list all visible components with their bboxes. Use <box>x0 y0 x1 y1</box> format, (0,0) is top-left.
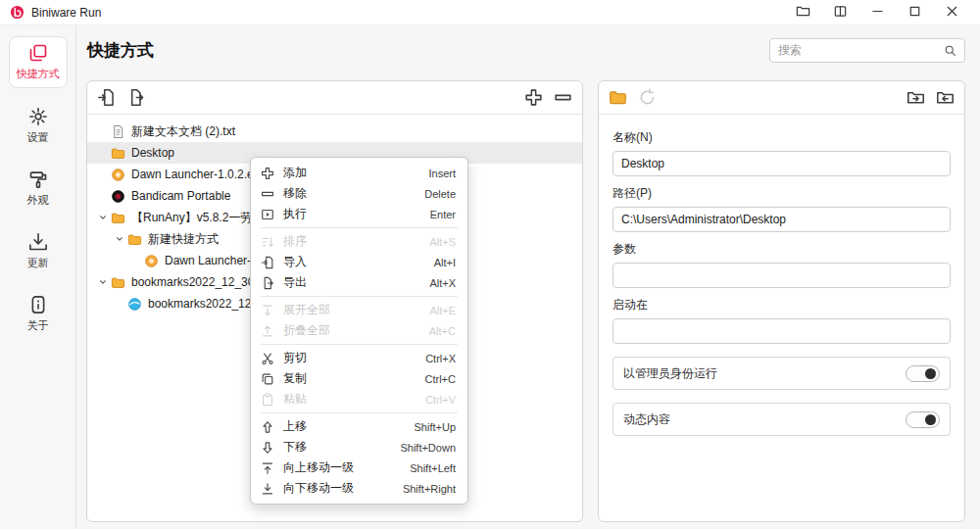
win-close-icon <box>945 4 959 22</box>
field-label: 名称(N) <box>612 129 951 146</box>
field-label: 参数 <box>612 241 951 258</box>
gear-icon <box>28 107 48 126</box>
refresh-icon <box>638 88 657 107</box>
sidebar-item-shortcuts[interactable]: 快捷方式 <box>9 36 68 88</box>
sort-icon <box>261 235 274 249</box>
window-minimize-button[interactable] <box>858 1 896 24</box>
field-name: 名称(N) <box>612 129 951 176</box>
menu-item-execute[interactable]: 执行 Enter <box>251 204 467 224</box>
list-remove-button[interactable] <box>554 88 572 107</box>
app-dark-icon <box>111 189 125 204</box>
folder-icon <box>111 146 125 161</box>
menu-item-label: 向下移动一级 <box>283 480 394 497</box>
menu-item-label: 移除 <box>283 185 416 202</box>
sidebar-item-label: 关于 <box>27 318 49 333</box>
field-start-in: 启动在 <box>612 297 951 344</box>
add-outline-icon <box>524 88 543 107</box>
list-import-button[interactable] <box>97 88 116 107</box>
menu-item-label: 导入 <box>283 254 425 270</box>
toggle-label: 以管理员身份运行 <box>623 365 717 382</box>
caret-down-icon[interactable] <box>112 232 127 246</box>
menu-item-sort: 排序 Alt+S <box>251 231 467 252</box>
sidebar-item-settings[interactable]: 设置 <box>9 101 68 151</box>
menu-item-label: 展开全部 <box>283 302 420 318</box>
menu-item-label: 复制 <box>283 370 416 387</box>
details-form: 名称(N) 路径(P) 参数 启动在 以管理员身份运行 动态内容 <box>599 115 964 448</box>
remove-outline-icon <box>261 187 274 201</box>
menu-item-move-level-up[interactable]: 向上移动一级 Shift+Left <box>251 458 467 478</box>
menu-item-cut[interactable]: 剪切 Ctrl+X <box>251 348 467 368</box>
menu-item-label: 排序 <box>283 233 420 250</box>
search-icon <box>944 44 956 57</box>
menu-item-remove[interactable]: 移除 Delete <box>251 183 467 204</box>
window-maximize-button[interactable] <box>896 1 933 24</box>
menu-item-paste: 粘贴 Ctrl+V <box>251 389 467 410</box>
paste-icon <box>261 393 274 407</box>
textfile-icon <box>111 124 125 139</box>
window-close-button[interactable] <box>933 1 970 24</box>
app-amber-icon <box>144 254 159 268</box>
menu-item-label: 执行 <box>283 206 421 222</box>
tree-item-label: 新建快捷方式 <box>148 231 219 248</box>
menu-item-move-down[interactable]: 下移 Shift+Down <box>251 437 467 458</box>
titlebar: Biniware Run <box>0 0 980 25</box>
main-area: 快捷方式 新建文本文档 (2).txt Desktop Dawn Launche… <box>76 25 980 529</box>
menu-item-copy[interactable]: 复制 Ctrl+C <box>251 368 467 389</box>
sidebar-item-label: 设置 <box>27 130 49 145</box>
page-header: 快捷方式 <box>76 25 980 74</box>
level-down-icon <box>261 482 274 496</box>
menu-item-shortcut: Alt+X <box>429 277 456 289</box>
menu-separator <box>261 296 458 297</box>
field-input-name[interactable] <box>612 151 951 176</box>
menu-separator <box>261 227 458 228</box>
menu-item-shortcut: Ctrl+X <box>425 353 456 364</box>
menu-item-import[interactable]: 导入 Alt+I <box>251 252 467 272</box>
toggle-run-as-admin[interactable] <box>906 365 940 382</box>
window-library-button[interactable] <box>821 1 858 24</box>
remove-outline-icon <box>554 88 572 107</box>
field-input-arguments[interactable] <box>612 263 951 288</box>
toggle-knob <box>925 414 936 425</box>
window-open-folder-button[interactable] <box>784 1 821 24</box>
menu-item-move-up[interactable]: 上移 Shift+Up <box>251 416 467 437</box>
tree-item[interactable]: 新建文本文档 (2).txt <box>87 120 582 142</box>
folder-icon <box>111 275 125 290</box>
folder-icon <box>127 232 142 247</box>
paint-icon <box>28 169 48 189</box>
menu-item-add[interactable]: 添加 Insert <box>251 163 467 183</box>
toggle-dynamic-content[interactable] <box>906 411 940 428</box>
move-down-icon <box>261 441 274 455</box>
sidebar-item-about[interactable]: 关于 <box>9 289 68 339</box>
left-panel-toolbar <box>87 81 582 115</box>
menu-item-label: 导出 <box>283 274 420 291</box>
copy-icon <box>261 372 274 386</box>
menu-item-expand-all: 展开全部 Alt+E <box>251 300 467 320</box>
menu-item-shortcut: Alt+E <box>429 305 456 316</box>
list-add-button[interactable] <box>524 88 543 107</box>
details-folder-in-button[interactable] <box>936 88 955 107</box>
field-input-start-in[interactable] <box>612 318 951 344</box>
details-refresh-button <box>638 88 657 107</box>
field-input-path[interactable] <box>612 207 951 232</box>
folder-icon <box>111 211 125 225</box>
content: 新建文本文档 (2).txt Desktop Dawn Launcher-1.0… <box>76 74 980 529</box>
details-folder-out-button[interactable] <box>906 88 925 107</box>
caret-spacer <box>95 124 111 138</box>
menu-item-shortcut: Alt+S <box>429 236 456 248</box>
html-icon <box>127 297 142 312</box>
details-folder-button[interactable] <box>609 88 627 107</box>
menu-item-shortcut: Enter <box>430 209 456 220</box>
menu-item-shortcut: Ctrl+C <box>425 373 456 385</box>
window-controls <box>784 1 970 24</box>
sidebar-item-update[interactable]: 更新 <box>9 226 68 276</box>
sidebar-item-appearance[interactable]: 外观 <box>9 164 68 214</box>
caret-down-icon[interactable] <box>95 275 111 289</box>
expand-all-icon <box>261 304 274 317</box>
search-input[interactable] <box>778 43 944 57</box>
menu-item-export[interactable]: 导出 Alt+X <box>251 272 467 293</box>
search-box[interactable] <box>769 38 965 63</box>
menu-item-move-level-down[interactable]: 向下移动一级 Shift+Right <box>251 478 467 499</box>
caret-down-icon[interactable] <box>95 211 111 224</box>
list-export-button[interactable] <box>126 88 145 107</box>
run-icon <box>261 208 274 221</box>
